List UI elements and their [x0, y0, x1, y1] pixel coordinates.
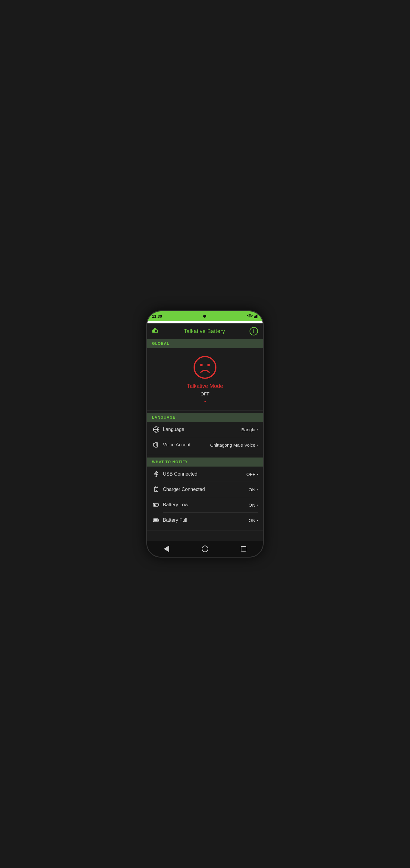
svg-point-10	[200, 364, 203, 366]
back-button[interactable]	[161, 543, 172, 555]
charger-connected-chevron: ›	[257, 487, 258, 492]
app-toolbar: Talkative Battery i	[147, 323, 263, 339]
speaker-icon	[152, 441, 161, 448]
info-icon: i	[253, 329, 254, 334]
svg-rect-1	[255, 315, 256, 318]
svg-point-9	[194, 356, 216, 378]
status-bar: 11:30	[147, 311, 263, 321]
battery-full-chevron: ›	[257, 518, 258, 523]
bottom-nav	[147, 541, 263, 557]
svg-rect-34	[158, 504, 159, 505]
language-chevron: ›	[257, 427, 258, 432]
battery-plug-icon	[152, 328, 159, 335]
charger-connected-label: Charger Connected	[163, 487, 249, 492]
language-value: Bangla	[241, 427, 255, 432]
charger-icon	[152, 486, 161, 493]
battery-low-chevron: ›	[257, 502, 258, 507]
sad-face-icon	[193, 355, 217, 379]
camera-cutout	[203, 315, 206, 318]
battery-full-item[interactable]: Battery Full ON ›	[147, 513, 263, 528]
talkative-mode-chevron[interactable]: ⌄	[203, 398, 207, 403]
voice-accent-chevron: ›	[257, 442, 258, 447]
wifi-icon	[247, 314, 252, 318]
voice-accent-label: Voice Accent	[163, 442, 210, 447]
divider-bottom	[147, 530, 263, 530]
charger-connected-item[interactable]: Charger Connected ON ›	[147, 482, 263, 497]
svg-point-11	[207, 364, 210, 366]
status-time: 11:30	[152, 314, 162, 318]
talkative-mode-section[interactable]: Talkative Mode OFF ⌄	[147, 348, 263, 408]
language-item[interactable]: Language Bangla ›	[147, 422, 263, 437]
usb-connected-chevron: ›	[257, 472, 258, 476]
battery-full-icon	[152, 517, 161, 524]
battery-low-label: Battery Low	[163, 502, 249, 507]
svg-point-26	[157, 474, 158, 475]
svg-rect-41	[154, 519, 158, 521]
info-button[interactable]: i	[249, 327, 258, 336]
voice-accent-item[interactable]: Voice Accent Chittagong Male Voice ›	[147, 437, 263, 453]
app-title: Talkative Battery	[184, 328, 225, 335]
usb-icon	[152, 471, 161, 477]
battery-low-value: ON	[249, 502, 255, 507]
usb-connected-value: OFF	[246, 472, 255, 477]
app-content: Talkative Battery i GLOBAL Talkative Mod…	[147, 323, 263, 541]
phone-shell: 11:30	[146, 310, 264, 558]
home-button[interactable]	[199, 543, 211, 555]
voice-accent-value: Chittagong Male Voice	[210, 442, 255, 447]
white-separator	[147, 321, 263, 323]
usb-connected-label: USB Connected	[163, 471, 246, 477]
talkative-mode-label: Talkative Mode	[187, 383, 223, 390]
globe-icon	[152, 426, 161, 433]
svg-rect-3	[258, 314, 258, 318]
svg-rect-40	[158, 520, 159, 521]
status-icons	[247, 314, 258, 318]
recents-icon	[241, 546, 246, 552]
battery-low-item[interactable]: Battery Low ON ›	[147, 497, 263, 513]
svg-rect-0	[254, 316, 255, 318]
divider-1	[147, 410, 263, 410]
toolbar-battery-icon	[152, 328, 159, 335]
language-label: Language	[163, 427, 241, 432]
usb-connected-item[interactable]: USB Connected OFF ›	[147, 467, 263, 482]
svg-rect-35	[154, 504, 155, 506]
language-section-header: LANGUAGE	[147, 413, 263, 422]
home-icon	[202, 546, 208, 552]
global-section-header: GLOBAL	[147, 339, 263, 348]
back-icon	[164, 546, 169, 552]
signal-icon	[254, 314, 258, 318]
notify-section-header: WHAT TO NOTIFY	[147, 458, 263, 467]
bottom-spacer	[147, 533, 263, 541]
svg-rect-5	[158, 331, 158, 332]
svg-rect-6	[153, 330, 155, 333]
svg-rect-2	[256, 315, 257, 318]
divider-2	[147, 455, 263, 455]
recents-button[interactable]	[238, 543, 249, 555]
charger-connected-value: ON	[249, 487, 255, 492]
talkative-mode-value: OFF	[201, 391, 209, 396]
battery-low-icon	[152, 501, 161, 508]
battery-full-label: Battery Full	[163, 518, 249, 523]
battery-full-value: ON	[249, 518, 255, 523]
